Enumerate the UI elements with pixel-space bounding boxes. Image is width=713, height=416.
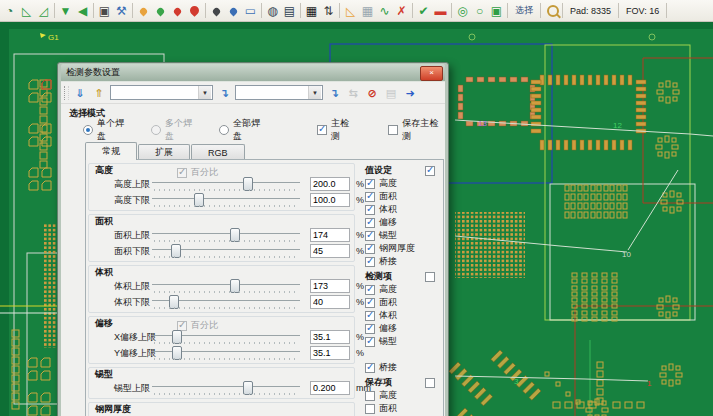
slider-track[interactable] (152, 244, 300, 258)
item-checkbox[interactable] (365, 231, 375, 241)
import-pad-library-icon[interactable]: ⇓ (72, 85, 88, 101)
sort-az-icon[interactable]: ⇅ (320, 2, 337, 20)
target-circle-icon[interactable]: ◎ (454, 2, 471, 20)
section-title: 高度 (95, 164, 113, 177)
apply-group-icon[interactable]: ↴ (216, 85, 232, 101)
selection-checkbox-0[interactable]: 主检测 (317, 117, 356, 143)
item-label: 高度 (379, 389, 397, 402)
close-button[interactable]: × (420, 66, 443, 81)
export-pad-library-icon[interactable]: ⇑ (91, 85, 107, 101)
toolbar-grip[interactable] (64, 86, 69, 100)
value-input[interactable] (310, 279, 350, 293)
item-checkbox[interactable] (365, 337, 375, 347)
delete-icon[interactable]: ✗ (393, 2, 410, 20)
value-input[interactable] (310, 228, 350, 242)
slider-track[interactable] (152, 177, 300, 191)
right-group-checkbox[interactable] (425, 272, 435, 282)
selection-radio-1: 多个焊盘 (151, 117, 199, 143)
dialog-titlebar[interactable]: 检测参数设置 × (61, 64, 445, 81)
cancel-icon[interactable]: ⊘ (364, 85, 380, 101)
map-marker-icon[interactable] (186, 2, 203, 20)
value-input[interactable] (310, 295, 350, 309)
remove-icon[interactable]: ▬ (432, 2, 449, 20)
funnel-icon[interactable]: ▼ (57, 2, 74, 20)
slider-thumb[interactable] (169, 295, 179, 309)
megaphone-icon[interactable]: ◀ (74, 2, 91, 20)
item-checkbox[interactable] (365, 324, 375, 334)
gauge-icon[interactable]: ◔ (1, 2, 18, 20)
select-mode-label[interactable]: 选择 (510, 4, 538, 17)
toolbar-separator (54, 3, 55, 18)
confirm-icon[interactable]: ✔ (415, 2, 432, 20)
square-pad-icon[interactable]: ▣ (488, 2, 505, 20)
tools-icon[interactable]: ⚒ (113, 2, 130, 20)
value-input[interactable] (310, 381, 350, 395)
right-group-checkbox[interactable] (425, 166, 435, 176)
slider-thumb[interactable] (230, 279, 240, 293)
tab-0[interactable]: 常规 (85, 142, 137, 160)
apply-spec-icon[interactable]: ↴ (326, 85, 342, 101)
slider-thumb[interactable] (172, 346, 182, 360)
section-title-row: 钢网厚度 (89, 403, 354, 415)
pin-dark-icon[interactable] (208, 2, 225, 20)
slider-thumb[interactable] (243, 381, 253, 395)
tab-2[interactable]: RGB (191, 144, 245, 160)
slider-track[interactable] (152, 279, 300, 293)
grid-icon[interactable]: ▦ (303, 2, 320, 20)
item-checkbox[interactable] (365, 311, 375, 321)
slider-thumb[interactable] (230, 228, 240, 242)
pad-group-combobox[interactable]: ▼ (110, 85, 213, 100)
item-checkbox[interactable] (365, 192, 375, 202)
selection-radio-2[interactable]: 全部焊盘 (219, 117, 267, 143)
pin-orange-icon[interactable] (135, 2, 152, 20)
right-group-checkbox[interactable] (425, 378, 435, 388)
exit-icon[interactable]: ➜ (402, 85, 418, 101)
snapshot-icon[interactable]: ▤ (281, 2, 298, 20)
chart-icon[interactable]: ∿ (376, 2, 393, 20)
slider-thumb[interactable] (243, 177, 253, 191)
mesh-icon[interactable]: ▦ (359, 2, 376, 20)
slider-track[interactable] (152, 295, 300, 309)
item-checkbox[interactable] (365, 244, 375, 254)
circle-icon[interactable]: ○ (471, 2, 488, 20)
value-input[interactable] (310, 193, 350, 207)
slider-track[interactable] (152, 346, 300, 360)
slider-thumb[interactable] (194, 193, 204, 207)
value-input[interactable] (310, 330, 350, 344)
pin-blue-icon[interactable] (225, 2, 242, 20)
value-input[interactable] (310, 244, 350, 258)
item-checkbox[interactable] (365, 218, 375, 228)
value-input[interactable] (310, 346, 350, 360)
item-checkbox[interactable] (365, 391, 375, 401)
slider-thumb[interactable] (171, 244, 181, 258)
slider-track[interactable] (152, 193, 300, 207)
marquee-icon[interactable]: ▭ (242, 2, 259, 20)
slider-track[interactable] (152, 228, 300, 242)
fov-grid-icon[interactable]: ◍ (264, 2, 281, 20)
selection-radio-0[interactable]: 单个焊盘 (83, 117, 131, 143)
camera-icon[interactable]: ▣ (96, 2, 113, 20)
slider-thumb[interactable] (172, 330, 182, 344)
item-checkbox[interactable] (365, 205, 375, 215)
item-checkbox[interactable] (365, 179, 375, 189)
item-checkbox[interactable] (365, 257, 375, 267)
item-checkbox[interactable] (365, 298, 375, 308)
slider-track[interactable] (152, 330, 300, 344)
ruler-orange-icon[interactable]: ◺ (342, 2, 359, 20)
pad-spec-combobox[interactable]: ▼ (235, 85, 323, 100)
ruler-triangle-icon[interactable]: ◺ (18, 2, 35, 20)
chevron-down-icon[interactable]: ▼ (308, 86, 321, 99)
item-checkbox[interactable] (365, 404, 375, 414)
chevron-down-icon[interactable]: ▼ (198, 86, 211, 99)
item-checkbox[interactable] (365, 363, 375, 373)
slider-track[interactable] (152, 381, 300, 395)
ruler-triangle-alt-icon[interactable]: ◿ (35, 2, 52, 20)
pin-red-icon[interactable] (169, 2, 186, 20)
value-input[interactable] (310, 177, 350, 191)
selection-checkbox-1[interactable]: 保存主检测 (388, 117, 445, 143)
zoom-icon[interactable] (543, 2, 560, 20)
pin-green-icon[interactable] (152, 2, 169, 20)
tab-1[interactable]: 扩展 (138, 144, 190, 160)
item-checkbox[interactable] (365, 285, 375, 295)
slider-label: Y偏移上限 (114, 347, 152, 360)
